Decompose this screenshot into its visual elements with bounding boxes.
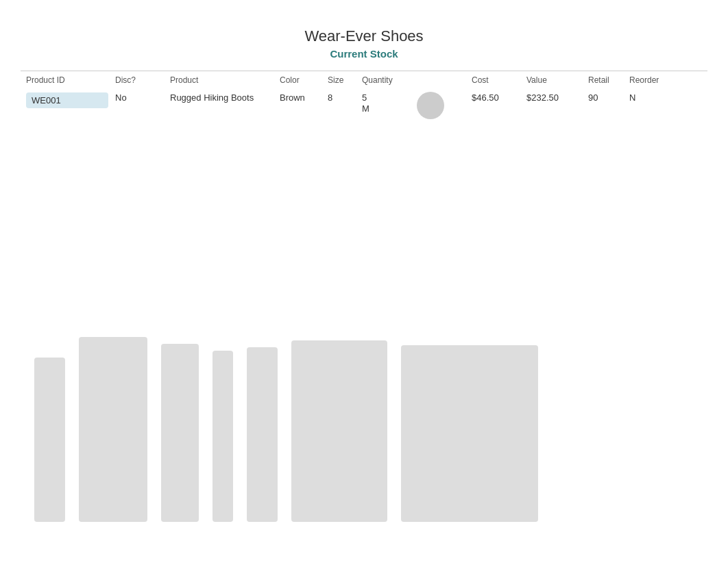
cell-retail: 90 bbox=[583, 92, 624, 103]
cell-reorder: N bbox=[624, 92, 672, 103]
stock-table: Product ID Disc? Product Color Size Quan… bbox=[21, 71, 707, 122]
cell-color: Brown bbox=[274, 92, 322, 103]
col-header-cost: Cost bbox=[466, 75, 521, 85]
cell-disc: No bbox=[110, 92, 165, 103]
col-header-quantity: Quantity bbox=[356, 75, 411, 85]
table-row: WE001 No Rugged Hiking Boots Brown 8 5 M… bbox=[21, 89, 707, 122]
product-image-placeholder bbox=[417, 92, 444, 119]
col-header-disc: Disc? bbox=[110, 75, 165, 85]
blurred-background bbox=[34, 316, 707, 522]
blur-bar-5 bbox=[247, 347, 278, 522]
blur-bar-7 bbox=[401, 345, 538, 522]
col-header-size: Size bbox=[322, 75, 356, 85]
col-header-reorder: Reorder bbox=[624, 75, 672, 85]
blur-bar-3 bbox=[161, 344, 199, 522]
blur-bar-1 bbox=[34, 358, 65, 522]
blur-bar-4 bbox=[213, 351, 233, 522]
cell-product: Rugged Hiking Boots bbox=[165, 92, 274, 103]
col-header-product: Product bbox=[165, 75, 274, 85]
page-title: Wear-Ever Shoes bbox=[0, 27, 728, 45]
page-subtitle: Current Stock bbox=[0, 48, 728, 60]
col-header-product-id: Product ID bbox=[21, 75, 110, 85]
cell-value: $232.50 bbox=[521, 92, 583, 103]
col-header-color: Color bbox=[274, 75, 322, 85]
cell-quantity: 5 M bbox=[356, 92, 411, 114]
cell-image bbox=[411, 92, 466, 119]
cell-cost: $46.50 bbox=[466, 92, 521, 103]
col-header-retail: Retail bbox=[583, 75, 624, 85]
col-header-value: Value bbox=[521, 75, 583, 85]
blur-bar-6 bbox=[291, 340, 387, 522]
blur-bar-2 bbox=[79, 337, 147, 522]
cell-size: 8 bbox=[322, 92, 356, 103]
table-header-row: Product ID Disc? Product Color Size Quan… bbox=[21, 71, 707, 89]
cell-product-id: WE001 bbox=[21, 92, 110, 108]
